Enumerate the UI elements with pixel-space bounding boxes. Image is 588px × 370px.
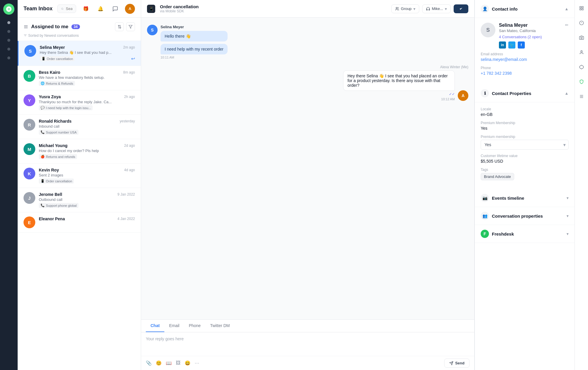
tab-chat[interactable]: Chat: [146, 320, 164, 332]
conv-tag: 📱 Order cancellation: [40, 56, 75, 61]
canned-response-icon[interactable]: 📖: [166, 360, 172, 366]
conv-time: 8m ago: [123, 70, 135, 74]
conv-time: 2h ago: [124, 95, 135, 99]
send-button[interactable]: Send: [444, 359, 470, 368]
conv-item[interactable]: J Jerome Bell 9 Jan 2022 Outbound call 📞…: [18, 188, 141, 212]
twitter-icon[interactable]: 🐦: [508, 41, 515, 49]
tab-phone[interactable]: Phone: [184, 320, 205, 332]
sort-icon: [24, 34, 27, 37]
reply-placeholder: Your reply goes here: [146, 336, 184, 341]
filter-btn[interactable]: [126, 22, 135, 31]
events-timeline-header[interactable]: 📷 Events timeline ▾: [475, 189, 574, 207]
avatar: K: [24, 168, 35, 179]
edit-contact-icon[interactable]: ✏: [565, 23, 569, 27]
attachment-icon[interactable]: 📎: [146, 360, 152, 366]
conversation-properties-header[interactable]: 👥 Conversation properties ▾: [475, 207, 574, 225]
nav-item-2[interactable]: [7, 30, 10, 33]
resolve-button[interactable]: [454, 4, 468, 13]
tags-row: Brand Advocate: [481, 173, 569, 180]
emoji-icon[interactable]: 😄: [185, 360, 191, 366]
group-chevron: ▾: [413, 6, 415, 11]
contact-conversations[interactable]: 4 Conversations (2 open): [499, 35, 562, 39]
premium-membership-select[interactable]: Yes No: [481, 140, 569, 150]
mobile-sdk-icon: 📱: [147, 5, 155, 13]
events-timeline-chevron: ▾: [567, 196, 569, 200]
tab-twitter-dm[interactable]: Twitter DM: [206, 320, 235, 332]
facebook-icon[interactable]: f: [518, 41, 525, 49]
nav-item-4[interactable]: [7, 48, 10, 51]
conv-item[interactable]: Y Yusra Zoya 2h ago Thankyou so much for…: [18, 90, 141, 115]
conv-name: Selina Meyer: [40, 45, 65, 50]
nav-item-1[interactable]: [7, 21, 10, 24]
contact-info-header[interactable]: 👤 Contact info ▲: [475, 0, 574, 18]
gift-icon-btn[interactable]: 🎁: [81, 4, 91, 14]
sort-btn[interactable]: ⇅: [115, 22, 124, 31]
reply-box: Chat Email Phone Twitter DM Your reply g…: [141, 319, 474, 370]
contact-properties-header[interactable]: ℹ Contact Properties ▲: [475, 84, 574, 102]
conv-item[interactable]: R Ronald Richards yesterday Inbound call…: [18, 115, 141, 139]
app-logo[interactable]: [3, 4, 14, 15]
conv-content: Kevin Roy 4d ago Sent 2 images 📱 Order c…: [39, 168, 135, 184]
camera-icon-btn[interactable]: [577, 33, 586, 42]
conv-item[interactable]: E Eleanor Pena 4 Jan 2022: [18, 212, 141, 233]
nav-item-5[interactable]: [7, 56, 10, 59]
search-input[interactable]: [66, 6, 72, 11]
conv-item[interactable]: S Selina Meyer 2m ago Hey there Selina 👋…: [18, 41, 141, 66]
email-label: Email address: [481, 52, 569, 56]
conv-name: Kevin Roy: [39, 168, 59, 172]
conv-content: Ronald Richards yesterday Inbound call 📞…: [39, 119, 135, 135]
svg-point-0: [61, 8, 63, 9]
user-avatar[interactable]: A: [125, 4, 135, 14]
conv-tag: 🍎 Returns and refunds: [39, 154, 77, 159]
locale-label: Locale: [481, 107, 569, 111]
conv-item[interactable]: K Kevin Roy 4d ago Sent 2 images 📱 Order…: [18, 164, 141, 188]
shield-icon-btn[interactable]: [577, 77, 586, 86]
conv-tag: 💬 I need help with the login issu...: [39, 105, 93, 110]
conv-item[interactable]: M Michael Young 2d ago How do I cancel m…: [18, 139, 141, 164]
clv-label: Customer lifetime value: [481, 154, 569, 158]
info-icon-btn[interactable]: [577, 18, 586, 28]
nav-item-3[interactable]: [7, 39, 10, 42]
settings-icon-btn[interactable]: [577, 92, 586, 101]
conv-content: Jerome Bell 9 Jan 2022 Outbound call 📞 S…: [39, 192, 135, 208]
diamond-icon-btn[interactable]: [577, 62, 586, 72]
search-bar[interactable]: [57, 4, 76, 13]
group-dropdown[interactable]: Group ▾: [391, 4, 419, 13]
events-timeline-icon: 📷: [481, 194, 489, 202]
email-value[interactable]: selina.meyer@email.com: [481, 57, 569, 62]
linkedin-icon[interactable]: in: [499, 41, 506, 49]
svg-point-15: [581, 37, 582, 39]
layout-icon-btn[interactable]: [577, 4, 586, 13]
tag-icon: 🍎: [41, 155, 45, 159]
conv-tag: 🌐 Returns & Refunds: [39, 81, 75, 86]
more-icon[interactable]: ⋯: [195, 360, 199, 366]
freshdesk-header[interactable]: F Freshdesk ▾: [475, 225, 574, 243]
tag-icon: 📱: [41, 57, 46, 61]
freshdesk-title: Freshdesk: [492, 231, 514, 236]
contact-props-chevron: ▲: [564, 91, 569, 96]
reply-input[interactable]: Your reply goes here: [141, 332, 474, 356]
assignee-dropdown[interactable]: Mike... ▾: [422, 4, 451, 13]
emoji-insert-icon[interactable]: 😊: [156, 360, 162, 366]
conv-name: Ronald Richards: [39, 119, 71, 124]
tab-email[interactable]: Email: [164, 320, 184, 332]
group-icon: [395, 7, 399, 11]
freshdesk-icon: F: [481, 230, 489, 238]
conv-props-title: Conversation properties: [492, 214, 543, 219]
conv-content: Bess Kairo 8m ago We have a few mandator…: [39, 70, 135, 86]
chat-status-icon-btn[interactable]: [110, 4, 120, 14]
reply-toolbar: 📎 😊 📖 🖼 😄 ⋯ Send: [141, 356, 474, 370]
tags-label: Tags: [481, 168, 569, 172]
bell-icon-btn[interactable]: 🔔: [96, 4, 106, 14]
avatar: S: [24, 45, 36, 57]
phone-label: Phone: [481, 66, 569, 70]
message-group: Alexa Winter (Me) Hey there Selina 👋 I s…: [147, 65, 468, 101]
premium-membership-label: Premium Membership: [481, 121, 569, 125]
main-wrapper: Team Inbox 🎁 🔔 A Assigned to me 34: [18, 0, 588, 370]
contact-icon-btn[interactable]: [577, 48, 586, 57]
message-group: S Selina Meyer Hello there 👋 I need help…: [147, 25, 468, 59]
conv-item[interactable]: B Bess Kairo 8m ago We have a few mandat…: [18, 66, 141, 90]
sort-label: Sorted by Newest conversations: [24, 34, 135, 38]
image-icon[interactable]: 🖼: [176, 360, 181, 366]
phone-value[interactable]: +1 782 342 2398: [481, 71, 569, 76]
